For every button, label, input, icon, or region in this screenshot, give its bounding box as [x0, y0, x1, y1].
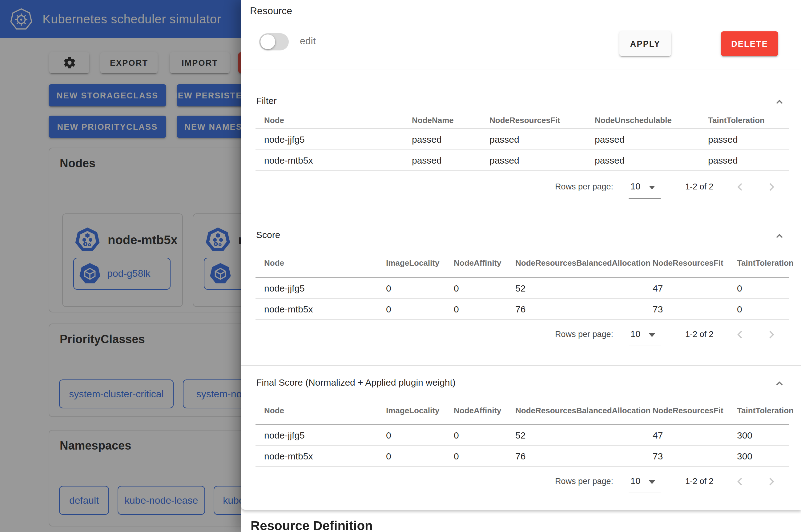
table-header-row: Node ImageLocality NodeAffinity NodeReso… — [255, 248, 789, 278]
table-row[interactable]: node-jjfg5 0 0 52 47 0 — [255, 278, 789, 299]
next-page-button[interactable] — [764, 474, 779, 489]
table-row[interactable]: node-mtb5x 0 0 76 73 300 — [255, 445, 789, 467]
column-header[interactable]: Node — [255, 396, 378, 425]
cell: node-jjfg5 — [255, 278, 378, 299]
cell: passed — [403, 150, 481, 171]
cell: 0 — [378, 445, 445, 467]
cell: 0 — [445, 299, 507, 320]
cell: passed — [481, 150, 586, 171]
column-header[interactable]: NodeAffinity — [445, 396, 507, 425]
cell: 0 — [728, 299, 789, 320]
cell: passed — [481, 129, 586, 150]
column-header[interactable]: TaintToleration — [699, 111, 789, 129]
dropdown-caret-icon[interactable] — [649, 333, 655, 337]
section-score: Score Node ImageLocality NodeAffinity No… — [241, 218, 801, 365]
select-underline — [629, 493, 661, 493]
table-row[interactable]: node-jjfg5 passed passed passed passed — [255, 129, 789, 150]
cell: passed — [699, 129, 789, 150]
toggle-thumb-icon — [260, 35, 275, 49]
cell: passed — [586, 129, 699, 150]
cell: 0 — [378, 299, 445, 320]
cell: passed — [586, 150, 699, 171]
rows-per-page-label: Rows per page: — [518, 330, 613, 339]
cell: node-jjfg5 — [255, 425, 378, 445]
cell: 300 — [728, 445, 789, 467]
page-range-label: 1-2 of 2 — [685, 477, 714, 486]
filter-table: Node NodeName NodeResourcesFit NodeUnsch… — [255, 111, 789, 171]
cell: node-mtb5x — [255, 150, 403, 171]
section-title: Filter — [256, 95, 277, 106]
prev-page-button[interactable] — [733, 474, 747, 489]
column-header[interactable]: NodeAffinity — [445, 248, 507, 278]
delete-button[interactable]: DELETE — [721, 31, 778, 56]
next-page-button[interactable] — [764, 179, 779, 194]
cell: 76 — [507, 445, 644, 467]
dropdown-caret-icon[interactable] — [649, 480, 655, 484]
final-score-table: Node ImageLocality NodeAffinity NodeReso… — [255, 396, 789, 467]
cell: node-mtb5x — [255, 299, 378, 320]
prev-page-button[interactable] — [733, 179, 747, 194]
column-header[interactable]: NodeName — [403, 111, 481, 129]
cell: 52 — [507, 278, 644, 299]
apply-button[interactable]: APPLY — [619, 31, 671, 56]
column-header[interactable]: ImageLocality — [378, 248, 445, 278]
cell: 47 — [644, 278, 728, 299]
resource-drawer: Resource edit APPLY DELETE Filter Node N… — [241, 0, 801, 532]
column-header[interactable]: NodeResourcesFit — [481, 111, 586, 129]
section-filter: Filter Node NodeName NodeResourcesFit No… — [241, 70, 801, 218]
cell: 73 — [644, 445, 728, 467]
column-header[interactable]: NodeUnschedulable — [586, 111, 699, 129]
table-pagination: Rows per page: 10 1-2 of 2 — [241, 178, 801, 196]
prev-page-button[interactable] — [733, 327, 747, 342]
column-header[interactable]: ImageLocality — [378, 396, 445, 425]
cell: node-mtb5x — [255, 445, 378, 467]
cell: node-jjfg5 — [255, 129, 403, 150]
select-underline — [629, 198, 661, 199]
column-header[interactable]: NodeResourcesFit — [644, 248, 728, 278]
cell: passed — [403, 129, 481, 150]
table-row[interactable]: node-mtb5x passed passed passed passed — [255, 150, 789, 171]
cell: 0 — [445, 278, 507, 299]
resource-definition-title: Resource Definition — [251, 518, 373, 532]
table-row[interactable]: node-mtb5x 0 0 76 73 0 — [255, 299, 789, 320]
cell: 76 — [507, 299, 644, 320]
column-header[interactable]: NodeResourcesBalancedAllocation — [507, 396, 644, 425]
column-header[interactable]: TaintToleration — [728, 396, 789, 425]
table-pagination: Rows per page: 10 1-2 of 2 — [241, 325, 801, 344]
score-table: Node ImageLocality NodeAffinity NodeReso… — [255, 248, 789, 320]
chevron-up-icon[interactable] — [772, 228, 787, 243]
dropdown-caret-icon[interactable] — [649, 186, 655, 189]
rows-per-page-label: Rows per page: — [518, 182, 613, 191]
chevron-up-icon[interactable] — [772, 376, 787, 391]
table-header-row: Node NodeName NodeResourcesFit NodeUnsch… — [255, 111, 789, 129]
rows-per-page-select[interactable]: 10 — [631, 182, 640, 191]
cell: 73 — [644, 299, 728, 320]
section-final-score: Final Score (Normalized + Applied plugin… — [241, 365, 801, 510]
column-header[interactable]: NodeResourcesFit — [644, 396, 728, 425]
rows-per-page-select[interactable]: 10 — [631, 329, 640, 339]
drawer-header: Resource edit APPLY DELETE — [241, 0, 801, 70]
drawer-title: Resource — [250, 5, 292, 17]
rows-per-page-select[interactable]: 10 — [631, 476, 640, 486]
chevron-up-icon[interactable] — [772, 94, 787, 109]
cell: 47 — [644, 425, 728, 445]
column-header[interactable]: Node — [255, 111, 403, 129]
next-page-button[interactable] — [764, 327, 779, 342]
section-title: Score — [256, 229, 280, 240]
page-range-label: 1-2 of 2 — [685, 330, 714, 339]
cell: 0 — [378, 278, 445, 299]
select-underline — [629, 346, 661, 346]
edit-toggle[interactable] — [259, 33, 289, 51]
rows-per-page-label: Rows per page: — [518, 477, 613, 486]
column-header[interactable]: Node — [255, 248, 378, 278]
cell: 0 — [728, 278, 789, 299]
table-header-row: Node ImageLocality NodeAffinity NodeReso… — [255, 396, 789, 425]
table-row[interactable]: node-jjfg5 0 0 52 47 300 — [255, 425, 789, 445]
column-header[interactable]: TaintToleration — [728, 248, 789, 278]
column-header[interactable]: NodeResourcesBalancedAllocation — [507, 248, 644, 278]
page-range-label: 1-2 of 2 — [685, 182, 714, 191]
section-title: Final Score (Normalized + Applied plugin… — [256, 377, 456, 387]
cell: passed — [699, 150, 789, 171]
edit-toggle-label: edit — [300, 36, 316, 47]
cell: 0 — [378, 425, 445, 445]
